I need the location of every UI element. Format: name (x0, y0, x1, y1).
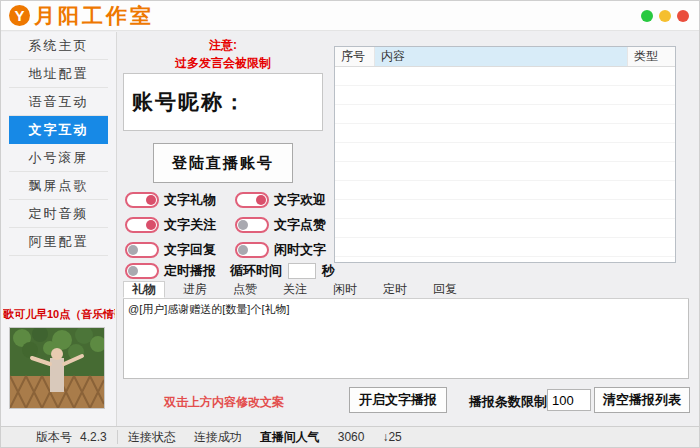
tab-timed[interactable]: 定时 (375, 281, 415, 298)
text-reply-toggle[interactable] (125, 242, 159, 258)
titlebar: Y 月阳工作室 (1, 1, 700, 31)
sidebar-item-timed-audio[interactable]: 定时音频 (9, 200, 108, 228)
sidebar-item-home[interactable]: 系统主页 (9, 32, 108, 60)
popularity-label: 直播间人气 (260, 429, 320, 446)
tab-reply[interactable]: 回复 (425, 281, 465, 298)
text-like-label: 文字点赞 (274, 216, 326, 234)
toggle-knob (256, 195, 266, 205)
toggle-knob (146, 195, 156, 205)
idle-text-toggle[interactable] (235, 242, 269, 258)
sidebar-item-alt-account-scroll[interactable]: 小号滚屏 (9, 144, 108, 172)
popularity-value: 3060 (338, 430, 365, 444)
text-follow-label: 文字关注 (164, 216, 216, 234)
notice-warning: 过多发言会被限制 (123, 55, 323, 72)
start-text-broadcast-button[interactable]: 开启文字播报 (349, 387, 447, 413)
promo-caption: 歌可儿早10点（音乐情歌小 (3, 307, 115, 322)
message-tabs: 礼物 进房 点赞 关注 闲时 定时 回复 (123, 281, 689, 299)
statusbar-divider (117, 430, 118, 444)
text-gift-label: 文字礼物 (164, 191, 216, 209)
text-welcome-label: 文字欢迎 (274, 191, 326, 209)
toggle-knob (238, 220, 248, 230)
window-close-button[interactable] (677, 10, 689, 22)
account-nickname-box: 账号昵称： (123, 73, 323, 131)
sidebar-item-float-song[interactable]: 飘屏点歌 (9, 172, 108, 200)
version-label: 版本号 (36, 429, 72, 446)
text-welcome-toggle[interactable] (235, 192, 269, 208)
timed-broadcast-label: 定时播报 (164, 262, 216, 280)
template-editor[interactable]: @[用户]感谢赠送的[数量]个[礼物] (123, 299, 689, 379)
connection-status-value: 连接成功 (194, 429, 242, 446)
clear-broadcast-list-button[interactable]: 清空播报列表 (594, 387, 690, 413)
tab-like[interactable]: 点赞 (225, 281, 265, 298)
broadcast-limit-input[interactable] (547, 389, 591, 411)
statusbar: 版本号 4.2.3 连接状态 连接成功 直播间人气 3060 ↓25 (1, 426, 700, 447)
broadcast-table-header: 序号 内容 类型 (335, 47, 675, 67)
text-reply-label: 文字回复 (164, 241, 216, 259)
app-logo-icon: Y (9, 5, 30, 26)
login-live-account-button[interactable]: 登陆直播账号 (153, 143, 293, 183)
sidebar-item-text-interaction[interactable]: 文字互动 (9, 116, 108, 144)
timed-broadcast-row: 定时播报 循环时间 秒 (125, 262, 335, 280)
column-header-type: 类型 (628, 47, 673, 66)
sidebar-item-ali-config[interactable]: 阿里配置 (9, 228, 108, 256)
toggle-grid: 文字礼物 文字欢迎 文字关注 文字点赞 文字回复 闲时文字 (125, 187, 345, 262)
broadcast-table: 序号 内容 类型 (334, 46, 676, 263)
window-maximize-button[interactable] (641, 10, 653, 22)
toggle-knob (146, 220, 156, 230)
account-nickname-label: 账号昵称： (132, 88, 247, 116)
toggle-knob (128, 245, 138, 255)
column-header-index: 序号 (335, 47, 375, 66)
column-header-content: 内容 (375, 47, 628, 66)
version-value: 4.2.3 (80, 430, 107, 444)
notice-title: 注意: (123, 37, 323, 54)
toggle-knob (128, 266, 138, 276)
popularity-delta: ↓25 (382, 430, 401, 444)
connection-status-label: 连接状态 (128, 429, 176, 446)
window-minimize-button[interactable] (659, 10, 671, 22)
app-window: Y 月阳工作室 系统主页 地址配置 语音互动 文字互动 小号滚屏 飘屏点歌 定时… (0, 0, 700, 448)
tab-enter-room[interactable]: 进房 (175, 281, 215, 298)
text-like-toggle[interactable] (235, 217, 269, 233)
toggle-knob (238, 245, 248, 255)
photo-illustration (10, 328, 104, 408)
tab-follow[interactable]: 关注 (275, 281, 315, 298)
text-follow-toggle[interactable] (125, 217, 159, 233)
broadcast-table-body[interactable] (335, 67, 675, 262)
promo-photo (9, 327, 105, 409)
timed-broadcast-toggle[interactable] (125, 263, 159, 279)
loop-time-unit: 秒 (322, 262, 335, 280)
sidebar-item-voice-interaction[interactable]: 语音互动 (9, 88, 108, 116)
edit-hint-text: 双击上方内容修改文案 (164, 394, 284, 411)
tab-gift[interactable]: 礼物 (123, 281, 165, 298)
loop-time-input[interactable] (288, 263, 316, 279)
idle-text-label: 闲时文字 (274, 241, 326, 259)
loop-time-label: 循环时间 (230, 262, 282, 280)
text-gift-toggle[interactable] (125, 192, 159, 208)
broadcast-limit-label: 播报条数限制 (469, 393, 547, 411)
app-title: 月阳工作室 (34, 2, 154, 30)
tab-idle[interactable]: 闲时 (325, 281, 365, 298)
sidebar-item-address-config[interactable]: 地址配置 (9, 60, 108, 88)
